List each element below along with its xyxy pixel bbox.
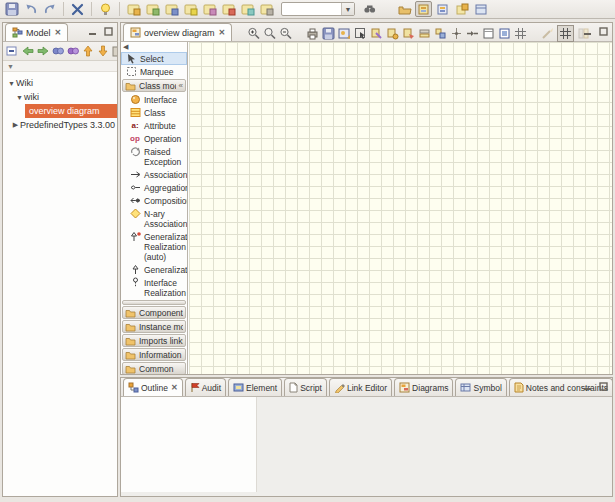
link-editor-nav-icon[interactable]: [112, 45, 117, 57]
tab-symbol[interactable]: Symbol: [455, 378, 506, 396]
collapse-all-icon[interactable]: [6, 45, 19, 57]
palette-drawer-information-flow[interactable]: Information Flo...: [122, 348, 186, 361]
palette-tool-generalization[interactable]: Generalization: [121, 263, 187, 276]
move-up-icon[interactable]: [82, 45, 94, 57]
smart-hint-icon[interactable]: [97, 1, 114, 17]
diagram-perspective-icon[interactable]: [434, 1, 451, 17]
palette-drawer-common[interactable]: Common: [122, 362, 186, 374]
fit-to-page-icon[interactable]: [498, 27, 511, 40]
palette-tool-raised-exception[interactable]: Raised Exception: [121, 145, 187, 168]
create-element-icon-6[interactable]: [220, 1, 237, 17]
tree-item-wiki-package[interactable]: ▼ wiki: [3, 90, 117, 104]
palette-tool-interface-realization[interactable]: Interface Realization: [121, 276, 187, 299]
analyst-perspective-icon[interactable]: [472, 1, 489, 17]
palette-tool-composition[interactable]: Composition: [121, 194, 187, 207]
search-combo[interactable]: ▼: [281, 2, 355, 16]
palette-drawer-imports-links[interactable]: Imports links: [122, 334, 186, 347]
create-element-icon-3[interactable]: [163, 1, 180, 17]
navigate-back-icon[interactable]: [22, 45, 34, 57]
combo-dropdown-arrow-icon[interactable]: ▼: [341, 3, 354, 15]
undo-icon[interactable]: [22, 1, 39, 17]
print-icon[interactable]: [306, 27, 319, 40]
save-icon[interactable]: [3, 1, 20, 17]
outline-view-content[interactable]: [121, 397, 257, 492]
close-icon[interactable]: ✕: [54, 28, 62, 37]
create-element-icon-1[interactable]: [125, 1, 142, 17]
redo-icon[interactable]: [41, 1, 58, 17]
tree-item-predefined-types[interactable]: ▶ PredefinedTypes 3.3.00: [3, 118, 117, 132]
inheritance-links-icon[interactable]: [67, 45, 79, 57]
move-down-icon[interactable]: [97, 45, 109, 57]
view-menu-icon[interactable]: ▼: [7, 63, 14, 70]
tab-outline[interactable]: Outline ✕: [123, 378, 183, 396]
paste-appearance-icon[interactable]: [386, 27, 399, 40]
minimize-icon[interactable]: [582, 381, 593, 391]
distribute-icon[interactable]: [466, 27, 479, 40]
close-icon[interactable]: ✕: [170, 383, 178, 392]
copy-appearance-icon[interactable]: [370, 27, 383, 40]
related-elements-icon[interactable]: [52, 45, 64, 57]
save-diagram-icon[interactable]: [322, 27, 335, 40]
minimize-icon[interactable]: [87, 26, 98, 36]
overview-diagram-tab[interactable]: overview diagram ✕: [123, 23, 232, 41]
create-element-icon-4[interactable]: [182, 1, 199, 17]
close-icon[interactable]: ✕: [218, 28, 226, 37]
tab-script[interactable]: Script: [284, 378, 327, 396]
palette-tool-select[interactable]: Select: [121, 52, 187, 65]
create-element-icon-8[interactable]: [258, 1, 275, 17]
selected-row-highlight[interactable]: overview diagram: [25, 104, 117, 118]
snap-to-grid-icon[interactable]: [557, 25, 574, 42]
palette-tool-association[interactable]: Association: [121, 168, 187, 181]
tab-audit[interactable]: Audit: [185, 378, 226, 396]
navigate-forward-icon[interactable]: [37, 45, 49, 57]
palette-tool-aggregation[interactable]: Aggregation: [121, 181, 187, 194]
align-icon[interactable]: [450, 27, 463, 40]
tab-diagrams[interactable]: Diagrams: [394, 378, 453, 396]
tree-item-overview-diagram[interactable]: overview diagram: [3, 104, 117, 118]
model-tab[interactable]: Model ✕: [5, 23, 68, 41]
show-grid-icon[interactable]: [514, 27, 527, 40]
palette-tool-class[interactable]: Class: [121, 106, 187, 119]
maximize-icon[interactable]: [103, 26, 114, 36]
maximize-icon[interactable]: [598, 26, 609, 36]
tab-link-editor[interactable]: Link Editor: [329, 378, 392, 396]
free-bendpoint-icon[interactable]: [541, 27, 554, 40]
expanded-arrow-icon[interactable]: ▼: [7, 80, 16, 87]
palette-tool-interface[interactable]: Interface: [121, 93, 187, 106]
palette-tool-operation[interactable]: op Operation: [121, 132, 187, 145]
palette-drawer-clipped[interactable]: [122, 300, 186, 305]
selection-mode-icon[interactable]: [354, 27, 367, 40]
search-icon[interactable]: [361, 1, 378, 17]
default-appearance-icon[interactable]: [402, 27, 415, 40]
export-image-icon[interactable]: [338, 27, 351, 40]
page-mode-icon[interactable]: [482, 27, 495, 40]
palette-tool-nary-association[interactable]: N-ary Association: [121, 207, 187, 230]
create-element-icon-7[interactable]: [239, 1, 256, 17]
palette-tool-attribute[interactable]: a: Attribute: [121, 119, 187, 132]
drawer-pin-icon[interactable]: «: [179, 81, 183, 90]
appearance-editor-icon[interactable]: [434, 27, 447, 40]
delete-icon[interactable]: [69, 1, 86, 17]
lock-appearance-icon[interactable]: [418, 27, 431, 40]
diagram-canvas[interactable]: [189, 42, 612, 374]
zoom-in-icon[interactable]: [247, 27, 260, 40]
tree-item-wiki-project[interactable]: ▼ Wiki: [3, 76, 117, 90]
zoom-out-icon[interactable]: [279, 27, 292, 40]
development-perspective-icon[interactable]: [453, 1, 470, 17]
maximize-icon[interactable]: [598, 381, 609, 391]
palette-tool-marquee[interactable]: Marquee: [121, 65, 187, 78]
open-perspective-icon[interactable]: [396, 1, 413, 17]
palette-drawer-component-model[interactable]: Component mo...: [122, 306, 186, 319]
palette-drawer-instance-model[interactable]: Instance model: [122, 320, 186, 333]
create-element-icon-5[interactable]: [201, 1, 218, 17]
model-perspective-icon[interactable]: [415, 1, 432, 17]
palette-collapse-arrow-icon[interactable]: ◀: [121, 42, 187, 52]
create-element-icon-2[interactable]: [144, 1, 161, 17]
collapsed-arrow-icon[interactable]: ▶: [11, 121, 20, 129]
zoom-original-icon[interactable]: [263, 27, 276, 40]
minimize-icon[interactable]: [582, 26, 593, 36]
palette-drawer-class-model[interactable]: Class model «: [122, 79, 186, 92]
expanded-arrow-icon[interactable]: ▼: [15, 94, 24, 101]
palette-tool-generalization-realization-auto[interactable]: Generalizatio... Realization (auto): [121, 230, 187, 263]
tab-element[interactable]: Element: [228, 378, 282, 396]
